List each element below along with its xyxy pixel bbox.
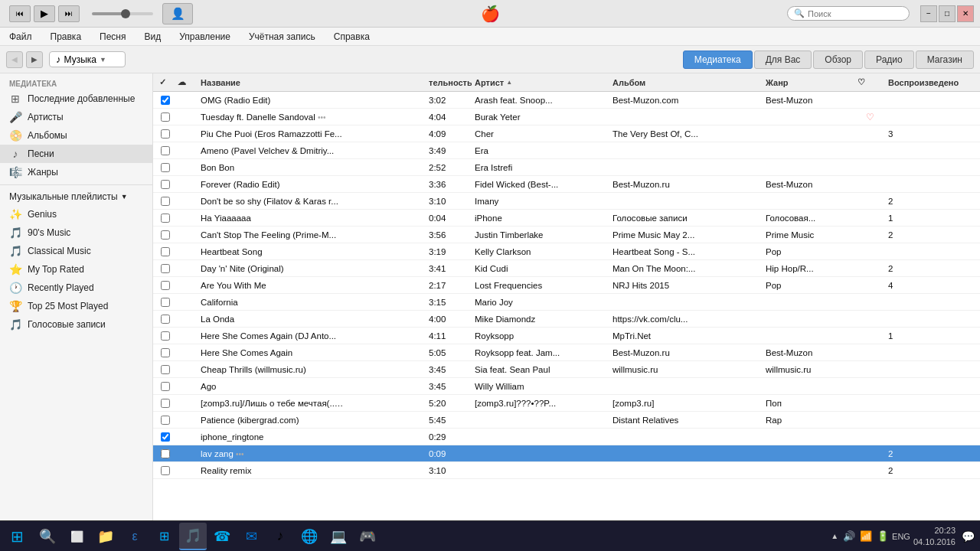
th-name[interactable]: Название bbox=[198, 78, 426, 87]
sidebar-item-genius[interactable]: ✨ Genius bbox=[0, 205, 152, 223]
nav-forward-button[interactable]: ▶ bbox=[26, 51, 43, 68]
taskbar-skype-button[interactable]: ☎ bbox=[208, 523, 236, 550]
table-row[interactable]: Are You With Me 2:17 Lost Frequencies NR… bbox=[153, 277, 980, 294]
table-row[interactable]: Bon Bon 2:52 Era Istrefi bbox=[153, 159, 980, 176]
menu-help[interactable]: Справка bbox=[331, 30, 373, 44]
row-check[interactable] bbox=[156, 416, 175, 425]
table-row[interactable]: OMG (Radio Edit) 3:02 Arash feat. Snoop.… bbox=[153, 92, 980, 109]
sidebar-item-voice-memos[interactable]: 🎵 Голосовые записи bbox=[0, 315, 152, 334]
row-check[interactable] bbox=[156, 298, 175, 307]
tab-browse[interactable]: Обзор bbox=[813, 51, 863, 69]
taskbar-itunes-button[interactable]: 🎵 bbox=[179, 523, 207, 550]
row-check[interactable] bbox=[156, 247, 175, 256]
row-heart[interactable]: ♡ bbox=[854, 112, 885, 122]
row-check[interactable] bbox=[156, 348, 175, 357]
sidebar-item-90s[interactable]: 🎵 90's Music bbox=[0, 223, 152, 242]
th-artist[interactable]: Артист ▲ bbox=[472, 78, 609, 87]
row-check[interactable] bbox=[156, 281, 175, 290]
table-row[interactable]: Don't be so shy (Filatov & Karas r... 3:… bbox=[153, 193, 980, 210]
row-check[interactable] bbox=[156, 382, 175, 391]
sidebar-item-classical[interactable]: 🎵 Classical Music bbox=[0, 242, 152, 260]
th-played[interactable]: Воспроизведено bbox=[885, 78, 977, 87]
table-row[interactable]: Ago 3:45 Willy William bbox=[153, 378, 980, 395]
minimize-button[interactable]: − bbox=[920, 5, 937, 22]
th-album[interactable]: Альбом bbox=[609, 78, 763, 87]
row-check[interactable] bbox=[156, 365, 175, 374]
taskbar-explorer-button[interactable]: 📁 bbox=[92, 523, 119, 550]
menu-controls[interactable]: Управление bbox=[176, 30, 234, 44]
row-check[interactable] bbox=[156, 112, 175, 122]
taskbar-clock[interactable]: 20:23 04.10.2016 bbox=[913, 525, 956, 547]
table-row[interactable]: Day 'n' Nite (Original) 3:41 Kid Cudi Ma… bbox=[153, 260, 980, 277]
sidebar-item-artists[interactable]: 🎤 Артисты bbox=[0, 108, 152, 126]
row-check[interactable] bbox=[156, 331, 175, 341]
account-button[interactable]: 👤 bbox=[162, 3, 193, 24]
table-row-selected[interactable]: lav zang ••• 0:09 2 bbox=[153, 445, 980, 462]
table-row[interactable]: Forever (Radio Edit) 3:36 Fidel Wicked (… bbox=[153, 176, 980, 193]
row-check[interactable] bbox=[156, 180, 175, 189]
row-check[interactable] bbox=[156, 315, 175, 324]
table-row[interactable]: Reality remix 3:10 2 bbox=[153, 462, 980, 479]
row-check[interactable] bbox=[156, 264, 175, 273]
row-check[interactable] bbox=[156, 449, 175, 458]
nav-location[interactable]: ♪ Музыка ▼ bbox=[49, 51, 126, 67]
row-check[interactable] bbox=[156, 432, 175, 442]
next-button[interactable]: ⏭ bbox=[58, 5, 80, 22]
row-check[interactable] bbox=[156, 466, 175, 475]
row-check[interactable] bbox=[156, 146, 175, 155]
nav-back-button[interactable]: ◀ bbox=[6, 51, 23, 68]
row-check[interactable] bbox=[156, 96, 175, 105]
table-row[interactable]: Heartbeat Song 3:19 Kelly Clarkson Heart… bbox=[153, 243, 980, 260]
taskbar-search-button[interactable]: 🔍 bbox=[34, 523, 61, 550]
volume-slider[interactable] bbox=[92, 12, 153, 15]
taskbar-pc-button[interactable]: 💻 bbox=[325, 523, 352, 550]
search-input[interactable] bbox=[808, 9, 892, 18]
tab-foryou[interactable]: Для Вас bbox=[754, 51, 812, 69]
table-row[interactable]: Here She Comes Again 5:05 Royksopp feat.… bbox=[153, 344, 980, 361]
taskbar-groove-button[interactable]: ♪ bbox=[266, 523, 294, 550]
table-row[interactable]: Here She Comes Again (DJ Anto... 4:11 Ro… bbox=[153, 328, 980, 344]
taskbar-volume-icon[interactable]: 🔊 bbox=[843, 530, 855, 542]
taskbar-store-button[interactable]: ⊞ bbox=[150, 523, 178, 550]
maximize-button[interactable]: □ bbox=[939, 5, 956, 22]
row-check[interactable] bbox=[156, 399, 175, 408]
sidebar-item-recently-played[interactable]: 🕐 Recently Played bbox=[0, 279, 152, 297]
taskbar-language[interactable]: ENG bbox=[892, 532, 910, 541]
menu-edit[interactable]: Правка bbox=[47, 30, 85, 44]
menu-view[interactable]: Вид bbox=[142, 30, 165, 44]
row-check[interactable] bbox=[156, 214, 175, 223]
table-row[interactable]: Patience (kibergrad.com) 5:45 Distant Re… bbox=[153, 412, 980, 429]
menu-file[interactable]: Файл bbox=[6, 30, 35, 44]
taskbar-chevron-icon[interactable]: ▲ bbox=[831, 532, 838, 540]
row-check[interactable] bbox=[156, 163, 175, 172]
sidebar-item-top25[interactable]: 🏆 Top 25 Most Played bbox=[0, 297, 152, 315]
taskbar-taskview-button[interactable]: ⬜ bbox=[63, 523, 90, 550]
table-row[interactable]: iphone_ringtone 0:29 bbox=[153, 429, 980, 445]
row-check[interactable] bbox=[156, 230, 175, 240]
search-box[interactable]: 🔍 bbox=[787, 6, 910, 21]
play-button[interactable]: ▶ bbox=[34, 5, 55, 22]
table-row[interactable]: Ameno (Pavel Velchev & Dmitriy... 3:49 E… bbox=[153, 142, 980, 159]
sidebar-playlists-header[interactable]: Музыкальные плейлисты ▼ bbox=[0, 188, 152, 205]
tab-radio[interactable]: Радио bbox=[864, 51, 914, 69]
th-genre[interactable]: Жанр bbox=[763, 78, 854, 87]
table-row[interactable]: Ha Yiaaааaa 0:04 iPhone Голосовые записи… bbox=[153, 210, 980, 227]
close-button[interactable]: ✕ bbox=[957, 5, 974, 22]
sidebar-item-top-rated[interactable]: ⭐ My Top Rated bbox=[0, 260, 152, 279]
prev-button[interactable]: ⏮ bbox=[9, 5, 31, 22]
taskbar-chrome-button[interactable]: 🌐 bbox=[296, 523, 323, 550]
table-row[interactable]: Can't Stop The Feeling (Prime-M... 3:56 … bbox=[153, 227, 980, 243]
table-row[interactable]: Tuesday ft. Danelle Sandoval ••• 4:04 Bu… bbox=[153, 109, 980, 126]
taskbar-outlook-button[interactable]: ✉ bbox=[237, 523, 265, 550]
table-row[interactable]: La Onda 4:00 Mike Diamondz https://vk.co… bbox=[153, 311, 980, 328]
row-check[interactable] bbox=[156, 129, 175, 139]
table-row[interactable]: [zomp3.ru]/Лишь о тебе мечтая(..… 5:20 [… bbox=[153, 395, 980, 412]
taskbar-game-button[interactable]: 🎮 bbox=[354, 523, 381, 550]
sidebar-item-genres[interactable]: 🎼 Жанры bbox=[0, 163, 152, 181]
tab-store[interactable]: Магазин bbox=[916, 51, 974, 69]
sidebar-item-albums[interactable]: 📀 Альбомы bbox=[0, 126, 152, 145]
tab-library[interactable]: Медиатека bbox=[683, 51, 753, 69]
start-button[interactable]: ⊞ bbox=[3, 523, 31, 550]
menu-song[interactable]: Песня bbox=[96, 30, 129, 44]
taskbar-notification-button[interactable]: 💬 bbox=[959, 527, 977, 546]
